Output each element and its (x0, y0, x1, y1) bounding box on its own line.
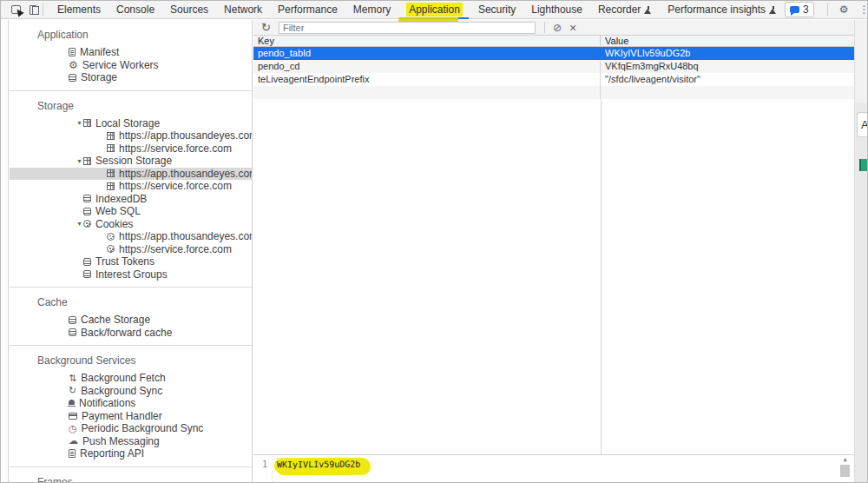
cookie-icon (83, 220, 91, 228)
cookie-icon (107, 233, 115, 241)
section-title: Storage (10, 95, 252, 117)
refresh-icon[interactable]: ↻ (261, 22, 271, 33)
issues-count: 3 (803, 3, 809, 16)
line-number: 1 (253, 455, 273, 482)
settings-gear-icon[interactable]: ⚙ (839, 5, 849, 14)
sidebar-item-service-workers[interactable]: ⚙Service Workers (10, 59, 252, 72)
sidebar-item-session-storage-origin[interactable]: https://service.force.com (10, 180, 252, 193)
chevron-down-icon[interactable]: ▾ (76, 119, 83, 127)
cloud-icon: ☁ (69, 436, 78, 446)
value-preview-pane: 1 WKIyIVLIv59uDG2b ▲ (253, 454, 854, 482)
section-title: Frames (10, 471, 252, 483)
application-sidebar: Application Manifest ⚙Service Workers St… (10, 20, 253, 482)
table-icon (83, 119, 91, 127)
sidebar-item-cookies-origin[interactable]: https://service.force.com (10, 243, 252, 256)
sidebar-item-background-sync[interactable]: ↻Background Sync (10, 385, 252, 398)
sidebar-item-local-storage[interactable]: ▾Local Storage (10, 117, 252, 130)
sidebar-item-payment-handler[interactable]: Payment Handler (10, 410, 252, 423)
row-value: VKfqEm3mgRxU48bq (601, 60, 854, 73)
table-row[interactable]: teLiveagentEndpointPrefix "/sfdc/liveage… (253, 73, 854, 86)
database-icon (69, 316, 76, 324)
sidebar-item-session-storage[interactable]: ▾Session Storage (10, 155, 252, 168)
tab-console[interactable]: Console (108, 1, 162, 19)
clock-icon: ◷ (69, 424, 77, 433)
text-tool-button-partial[interactable]: A (857, 112, 868, 137)
row-key: pendo_cd (253, 60, 601, 73)
column-header-key[interactable]: Key (253, 36, 601, 46)
gear-icon: ⚙ (69, 61, 78, 69)
sidebar-item-background-fetch[interactable]: ⇅Background Fetch (10, 372, 252, 385)
sidebar-item-periodic-background-sync[interactable]: ◷Periodic Background Sync (10, 422, 252, 435)
row-value: "/sfdc/liveagent/visitor" (601, 73, 854, 86)
sidebar-item-notifications[interactable]: Notifications (10, 397, 252, 410)
tab-security[interactable]: Security (470, 1, 523, 19)
filter-input[interactable] (279, 22, 536, 34)
tab-performance-insights[interactable]: Performance insights (660, 1, 785, 19)
clear-all-icon[interactable]: ⊘ (553, 23, 562, 33)
sidebar-item-cookies-origin[interactable]: https://app.thousandeyes.com (10, 230, 252, 243)
tab-network[interactable]: Network (216, 1, 270, 19)
kebab-menu-icon[interactable]: ⋮ (858, 4, 868, 16)
table-row[interactable]: pendo_tabId WKIyIVLIv59uDG2b (253, 47, 854, 60)
sidebar-item-push-messaging[interactable]: ☁Push Messaging (10, 435, 252, 448)
sidebar-item-back-forward-cache[interactable]: Back/forward cache (10, 327, 252, 340)
cookie-icon (107, 245, 115, 253)
database-icon (69, 74, 76, 82)
sidebar-item-local-storage-origin[interactable]: https://app.thousandeyes.com (10, 129, 252, 142)
color-tool-icon-partial[interactable] (859, 159, 868, 171)
tab-performance[interactable]: Performance (270, 1, 345, 19)
toolbar-divider (544, 22, 545, 33)
sidebar-item-cookies[interactable]: ▾Cookies (10, 218, 252, 231)
tab-recorder[interactable]: Recorder (590, 1, 660, 19)
fetch-icon: ⇅ (69, 374, 76, 383)
section-title: Background Services (10, 349, 252, 372)
preview-scrollbar[interactable]: ▲ (838, 456, 852, 481)
sidebar-item-web-sql[interactable]: Web SQL (10, 205, 252, 218)
tab-memory[interactable]: Memory (345, 1, 398, 19)
sidebar-item-local-storage-origin[interactable]: https://service.force.com (10, 142, 252, 155)
tab-elements[interactable]: Elements (49, 1, 108, 19)
device-toolbar-icon[interactable] (30, 5, 36, 15)
scroll-up-icon[interactable]: ▲ (843, 456, 846, 464)
storage-items-grid: Key Value pendo_tabId WKIyIVLIv59uDG2b p… (253, 36, 854, 454)
section-application: Application Manifest ⚙Service Workers St… (10, 20, 252, 90)
window-left-gutter (1, 20, 9, 482)
document-icon (69, 449, 76, 458)
sidebar-item-manifest[interactable]: Manifest (10, 46, 252, 59)
sidebar-item-interest-groups[interactable]: Interest Groups (10, 268, 252, 281)
sidebar-item-storage[interactable]: Storage (10, 71, 252, 84)
table-icon (83, 157, 91, 165)
database-icon (69, 328, 76, 336)
tab-application[interactable]: Application (398, 1, 470, 19)
delete-selected-icon[interactable]: × (569, 23, 576, 33)
tabbar-right-controls: 3 ⚙ ⋮ × (785, 2, 868, 17)
table-row-empty (253, 86, 854, 99)
sidebar-item-indexeddb[interactable]: IndexedDB (10, 193, 252, 206)
chevron-down-icon[interactable]: ▾ (76, 157, 83, 165)
scrollbar-track (855, 20, 867, 103)
tab-lighthouse[interactable]: Lighthouse (523, 1, 590, 19)
row-key: pendo_tabId (253, 47, 601, 60)
sidebar-item-reporting-api[interactable]: Reporting API (10, 447, 252, 460)
document-icon (69, 48, 76, 56)
table-icon (107, 169, 115, 177)
inspect-element-icon[interactable] (11, 5, 21, 14)
database-icon (83, 208, 91, 215)
column-header-value[interactable]: Value (601, 36, 854, 46)
marker-highlight: WKIyIVLIv59uDG2b (274, 458, 371, 476)
sidebar-item-trust-tokens[interactable]: Trust Tokens (10, 255, 252, 268)
sidebar-item-cache-storage[interactable]: Cache Storage (10, 314, 252, 327)
scrollbar-thumb[interactable] (840, 465, 850, 477)
experiment-flask-icon (769, 6, 777, 14)
issues-badge[interactable]: 3 (785, 2, 814, 17)
sidebar-item-session-storage-origin-selected[interactable]: https://app.thousandeyes.com (10, 168, 252, 181)
table-icon (107, 144, 115, 152)
tab-sources[interactable]: Sources (162, 1, 216, 19)
devtools-window: Elements Console Sources Network Perform… (0, 0, 868, 483)
row-value: WKIyIVLIv59uDG2b (601, 47, 854, 60)
chevron-down-icon[interactable]: ▾ (76, 220, 83, 228)
sync-icon: ↻ (69, 386, 76, 395)
table-icon (107, 132, 115, 140)
message-bubble-icon (790, 6, 799, 13)
table-row[interactable]: pendo_cd VKfqEm3mgRxU48bq (253, 60, 854, 73)
